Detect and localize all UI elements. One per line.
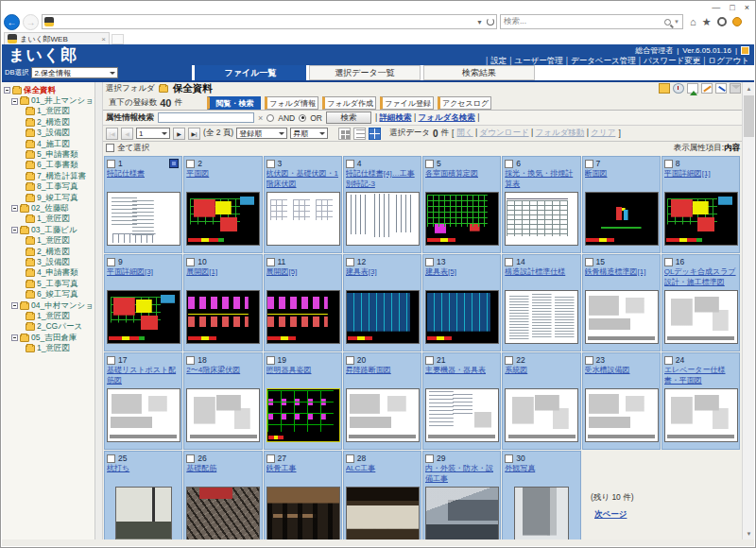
- collapse-icon[interactable]: [11, 227, 18, 233]
- file-thumbnail[interactable]: [186, 290, 260, 344]
- file-thumbnail[interactable]: [664, 192, 738, 246]
- file-checkbox[interactable]: [425, 454, 434, 463]
- tree-item[interactable]: 5_申請書類: [4, 149, 94, 160]
- file-link[interactable]: 照明器具姿図: [266, 366, 339, 385]
- file-checkbox[interactable]: [505, 356, 513, 365]
- file-link[interactable]: 杭伏図・基礎伏図・1階床伏図: [266, 169, 339, 189]
- search-button[interactable]: 検索: [326, 111, 371, 124]
- file-link[interactable]: 断面図: [585, 169, 658, 189]
- sub-tab[interactable]: フォルダ作成: [322, 96, 376, 110]
- file-thumbnail[interactable]: [425, 487, 499, 540]
- file-link[interactable]: 基礎リストポスト配筋図: [107, 366, 180, 385]
- file-thumbnail[interactable]: [585, 388, 659, 442]
- tree-item[interactable]: 6_竣工写真: [4, 289, 94, 300]
- file-checkbox[interactable]: [186, 454, 195, 463]
- scroll-up-icon[interactable]: ▲: [743, 82, 755, 94]
- file-link[interactable]: 昇降路断面図: [346, 366, 419, 385]
- file-thumbnail[interactable]: [266, 290, 340, 344]
- file-thumbnail[interactable]: [346, 192, 420, 246]
- file-link[interactable]: エレベーター仕様書・平面図: [664, 366, 737, 385]
- file-checkbox[interactable]: [266, 454, 275, 463]
- sort-direction-select[interactable]: 昇順: [290, 128, 328, 139]
- file-checkbox[interactable]: [107, 160, 115, 168]
- history-clock-icon[interactable]: [673, 83, 684, 94]
- sidebar-scrollbar[interactable]: [95, 82, 103, 539]
- tree-item[interactable]: 1_意匠図: [4, 311, 94, 321]
- file-checkbox[interactable]: [585, 258, 593, 266]
- file-thumbnail[interactable]: [115, 487, 172, 540]
- back-button[interactable]: ←: [4, 14, 20, 30]
- file-link[interactable]: 採光・換気・排煙計算表: [505, 169, 577, 189]
- file-thumbnail[interactable]: [266, 388, 340, 442]
- file-thumbnail[interactable]: [585, 290, 659, 344]
- settings-gear-icon[interactable]: [717, 17, 727, 26]
- file-link[interactable]: 杭打ち: [107, 464, 180, 484]
- tree-item[interactable]: 3_設備図: [4, 257, 94, 267]
- refresh-icon[interactable]: [487, 18, 494, 26]
- file-checkbox[interactable]: [186, 258, 195, 266]
- and-radio[interactable]: [266, 114, 274, 122]
- close-button[interactable]: ×: [745, 3, 749, 12]
- file-link[interactable]: 各室面積算定図: [425, 169, 498, 189]
- mail-icon[interactable]: [730, 83, 741, 94]
- file-thumbnail[interactable]: [425, 290, 499, 344]
- file-thumbnail[interactable]: [425, 192, 499, 246]
- file-thumbnail[interactable]: [664, 290, 738, 344]
- search-icon[interactable]: [664, 19, 671, 26]
- tree-item[interactable]: 04_中村マンション: [4, 300, 94, 311]
- view-grid-icon[interactable]: [369, 128, 381, 140]
- collapse-icon[interactable]: [11, 302, 18, 309]
- tree-item[interactable]: 5_工事写真: [4, 279, 94, 289]
- main-tab[interactable]: ファイル一覧: [195, 65, 306, 80]
- first-page-button[interactable]: |◀: [106, 128, 118, 140]
- file-link[interactable]: 展開図[1]: [186, 267, 259, 287]
- file-link[interactable]: 外観写真: [505, 464, 577, 484]
- file-checkbox[interactable]: [346, 258, 354, 266]
- file-checkbox[interactable]: [107, 356, 115, 365]
- file-link[interactable]: 建具表[5]: [425, 267, 498, 287]
- file-thumbnail[interactable]: [107, 290, 180, 344]
- file-link[interactable]: 鉄骨工事: [266, 464, 339, 484]
- file-link[interactable]: 平面図: [186, 169, 259, 189]
- scrollbar-thumb[interactable]: [744, 95, 754, 137]
- sub-tab[interactable]: ファイル登録: [380, 96, 434, 110]
- file-link[interactable]: 2〜4階床梁伏図: [186, 366, 259, 385]
- tree-item[interactable]: 4_申請書類: [4, 268, 94, 279]
- tree-item[interactable]: 02_佐藤邸: [4, 203, 94, 214]
- file-link[interactable]: 系統図: [505, 366, 577, 385]
- file-thumbnail[interactable]: [266, 192, 340, 246]
- file-checkbox[interactable]: [107, 258, 115, 266]
- tree-item[interactable]: 1_意匠図: [4, 235, 94, 246]
- file-link[interactable]: 構造設計標準仕様: [505, 267, 577, 287]
- file-link[interactable]: 建具表[3]: [346, 267, 419, 287]
- sub-tab[interactable]: アクセスログ: [438, 96, 491, 110]
- file-link[interactable]: 平面詳細図[3]: [107, 267, 180, 287]
- tree-item[interactable]: 6_工事書類: [4, 161, 94, 171]
- file-thumbnail[interactable]: [664, 388, 738, 442]
- home-icon[interactable]: ⌂: [690, 16, 696, 27]
- file-thumbnail[interactable]: [346, 290, 420, 344]
- address-bar[interactable]: ▼: [42, 14, 497, 29]
- file-thumbnail[interactable]: [425, 388, 499, 442]
- attribute-search-input[interactable]: [158, 112, 254, 123]
- file-checkbox[interactable]: [346, 454, 354, 463]
- file-thumbnail[interactable]: [186, 388, 260, 442]
- file-link[interactable]: 受水槽設備図: [585, 366, 658, 385]
- file-checkbox[interactable]: [266, 356, 275, 365]
- new-tab-button[interactable]: [112, 34, 124, 44]
- file-link[interactable]: 特記仕様書[4]…工事別特記-3: [346, 169, 419, 189]
- tree-item[interactable]: 1_意匠図: [4, 343, 94, 353]
- tree-item[interactable]: 9_竣工写真: [4, 193, 94, 203]
- file-thumbnail[interactable]: [107, 388, 180, 442]
- next-page-link[interactable]: 次ページ: [594, 509, 634, 521]
- file-link[interactable]: 展開図[5]: [266, 267, 339, 287]
- file-checkbox[interactable]: [585, 160, 593, 168]
- select-all-checkbox[interactable]: [106, 144, 114, 152]
- file-link[interactable]: 特記仕様書: [107, 169, 180, 189]
- forward-button[interactable]: →: [23, 14, 39, 30]
- file-thumbnail[interactable]: [346, 487, 420, 540]
- vertical-scrollbar[interactable]: ▲ ▼: [742, 82, 754, 539]
- tools-icon[interactable]: [715, 83, 727, 94]
- file-thumbnail[interactable]: [585, 192, 659, 246]
- collapse-icon[interactable]: [4, 87, 10, 94]
